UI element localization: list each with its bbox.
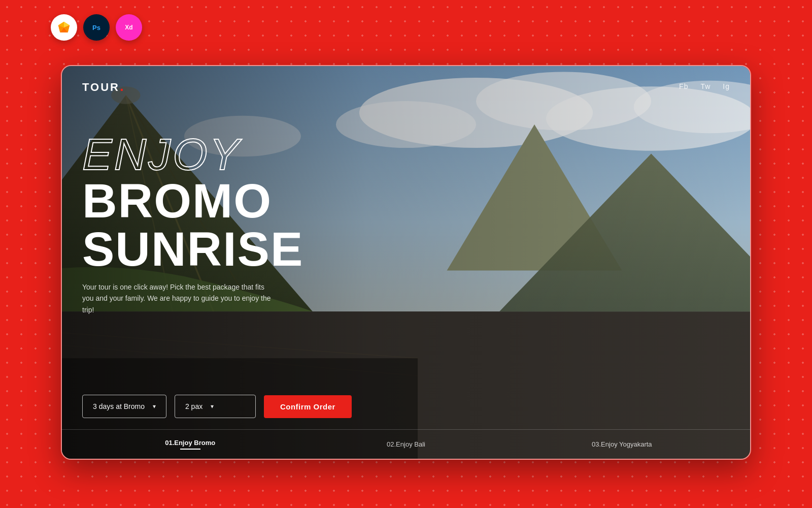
bromo-heading: BROMO xyxy=(82,177,303,225)
bottom-nav: 01.Enjoy Bromo 02.Enjoy Bali 03.Enjoy Yo… xyxy=(62,429,750,459)
nav-link-fb[interactable]: Fb xyxy=(679,82,688,90)
nav-links: Fb Tw Ig xyxy=(679,82,730,90)
photoshop-icon[interactable]: Ps xyxy=(83,14,110,41)
package-chevron-icon: ▾ xyxy=(153,403,156,410)
navbar: TOUR. Fb Tw Ig xyxy=(62,66,750,107)
xd-icon[interactable]: Xd xyxy=(116,14,142,41)
main-card: TOUR. Fb Tw Ig ENJOY BROMO SUNRISE Your … xyxy=(61,65,751,460)
bottom-nav-item-bali[interactable]: 02.Enjoy Bali xyxy=(298,440,514,448)
tool-icons-group: Ps Xd xyxy=(51,14,142,41)
sunrise-heading: SUNRISE xyxy=(82,225,303,273)
hero-description: Your tour is one click away! Pick the be… xyxy=(82,281,275,315)
order-bar: 3 days at Bromo ▾ 2 pax ▾ Confirm Order xyxy=(82,395,352,418)
confirm-order-button[interactable]: Confirm Order xyxy=(264,395,352,418)
pax-select[interactable]: 2 pax ▾ xyxy=(175,395,256,418)
nav-link-ig[interactable]: Ig xyxy=(723,82,730,90)
enjoy-heading: ENJOY xyxy=(82,132,303,177)
bottom-nav-item-yogyakarta[interactable]: 03.Enjoy Yogyakarta xyxy=(514,440,730,448)
bottom-nav-item-bromo[interactable]: 01.Enjoy Bromo xyxy=(82,439,298,450)
package-select[interactable]: 3 days at Bromo ▾ xyxy=(82,395,166,418)
sketch-icon[interactable] xyxy=(51,14,77,41)
package-select-value: 3 days at Bromo xyxy=(93,402,145,410)
hero-content: ENJOY BROMO SUNRISE Your tour is one cli… xyxy=(82,132,303,315)
pax-chevron-icon: ▾ xyxy=(211,403,214,410)
nav-link-tw[interactable]: Tw xyxy=(700,82,710,90)
logo[interactable]: TOUR. xyxy=(82,78,125,94)
pax-select-value: 2 pax xyxy=(185,402,202,410)
